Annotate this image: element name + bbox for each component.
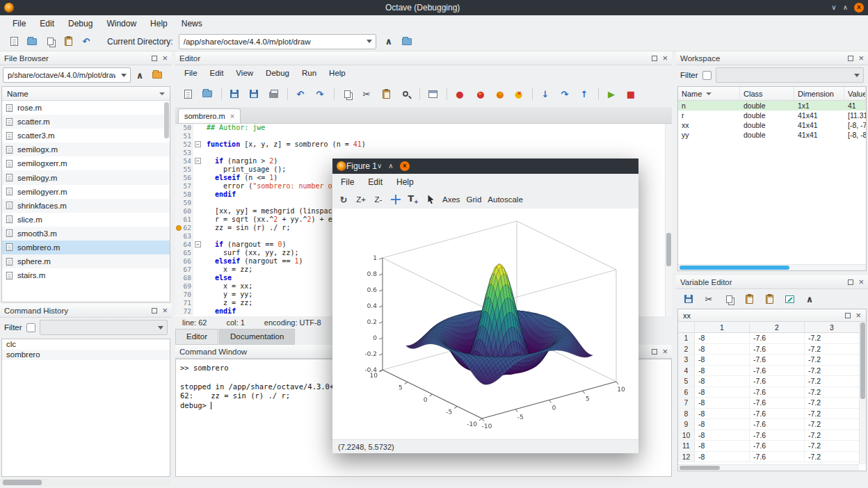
editor-menu-run[interactable]: Run [296,65,323,81]
variable-vscrollbar[interactable] [859,322,866,464]
print-icon[interactable] [265,86,282,101]
cell[interactable]: -7.2 [805,366,859,376]
cell[interactable]: -7.6 [750,333,805,343]
rotate-icon[interactable]: ↻ [338,193,349,206]
browser-up-icon[interactable]: ∧ [133,67,147,83]
copy-icon[interactable] [721,291,737,307]
cell[interactable]: -8 [695,452,750,462]
cell[interactable]: -8 [695,387,750,398]
cell[interactable]: -7.6 [750,355,805,365]
history-scrollbar[interactable] [3,480,42,485]
current-directory-combo[interactable]: /app/share/octave/4.4.0/m/plot/draw [179,34,376,49]
variable-hscrollbar[interactable] [678,464,859,471]
tab-documentation[interactable]: Documentation [219,329,295,345]
close-panel-icon[interactable] [858,54,864,63]
cell[interactable]: -7.2 [805,452,859,462]
undock-icon[interactable] [848,56,853,61]
run-icon[interactable]: ▶ [603,86,620,101]
figure-menu-help[interactable]: Help [389,174,421,190]
cell[interactable]: -8 [695,344,750,355]
paste-icon[interactable] [60,34,77,49]
paste-icon[interactable] [741,291,757,307]
undock-icon[interactable] [845,313,851,318]
open-icon[interactable] [24,34,40,49]
column-1[interactable]: 1 [695,322,750,332]
fold-icon[interactable]: − [195,241,201,247]
undock-icon[interactable] [652,349,657,355]
code-line-53[interactable]: 53 [175,149,672,157]
file-item-semilogy-m[interactable]: semilogy.m [2,170,170,184]
browse-directory-icon[interactable] [399,34,415,49]
file-list-header[interactable]: Name [2,87,170,101]
cell[interactable]: -8 [695,409,750,419]
workspace-row-xx[interactable]: xxdouble41x41[-8, -7.6 [678,120,866,130]
figure-menu-edit[interactable]: Edit [361,174,389,190]
cell[interactable]: -7.6 [750,344,805,355]
bp-prev-icon[interactable]: ●◂ [490,86,507,101]
filter-checkbox[interactable] [702,71,712,80]
paste-special-icon[interactable] [761,291,778,307]
file-item-stairs-m[interactable]: stairs.m [2,268,170,282]
cell[interactable]: -7.6 [750,398,805,408]
variable-row-6[interactable]: 6-8-7.6-7.2 [678,387,859,398]
editor-menu-debug[interactable]: Debug [259,65,296,81]
close-icon[interactable] [854,3,864,13]
zoom-out-button[interactable]: Z- [373,193,384,206]
cell[interactable]: -7.2 [805,430,859,441]
directory-up-icon[interactable]: ∧ [380,34,397,49]
variable-row-2[interactable]: 2-8-7.6-7.2 [678,344,859,355]
close-panel-icon[interactable] [858,277,864,286]
column-value[interactable]: Value [844,87,866,100]
cell[interactable]: -7.2 [805,409,859,419]
variable-row-5[interactable]: 5-8-7.6-7.2 [678,376,859,387]
cell[interactable]: -7.2 [805,419,859,430]
close-variable-icon[interactable] [855,311,861,320]
history-item[interactable]: sombrero [2,350,170,360]
new-script-icon[interactable] [179,86,196,101]
column-dimension[interactable]: Dimension [794,87,844,100]
filter-combo[interactable] [40,320,168,335]
zoom-in-button[interactable]: Z+ [355,193,367,206]
file-item-semilogyerr-m[interactable]: semilogyerr.m [2,185,170,199]
variable-row-11[interactable]: 11-8-7.6-7.2 [678,441,859,452]
open-icon[interactable] [199,86,216,101]
file-item-shrinkfaces-m[interactable]: shrinkfaces.m [2,199,170,213]
cell[interactable]: -7.2 [805,344,859,355]
tab-sombrero[interactable]: sombrero.m [178,108,241,123]
figure-canvas[interactable] [332,209,638,439]
variable-row-1[interactable]: 1-8-7.6-7.2 [678,333,859,344]
file-item-semilogxerr-m[interactable]: semilogxerr.m [2,156,170,170]
stop-icon[interactable]: ■ [622,86,639,101]
browser-path-combo[interactable]: p/share/octave/4.4.0/m/plot/draw [3,67,131,83]
copy-icon[interactable] [339,86,355,101]
workspace-row-r[interactable]: rdouble41x41[11.314 [678,111,866,120]
cell[interactable]: -8 [695,355,750,365]
file-item-sphere-m[interactable]: sphere.m [2,254,170,268]
figure-titlebar[interactable]: Figure 1 [332,158,638,174]
maximize-icon[interactable] [843,4,848,11]
minimize-icon[interactable] [377,163,382,170]
cell[interactable]: -7.2 [805,355,859,365]
cell[interactable]: -7.2 [805,376,859,387]
cell[interactable]: -7.2 [805,441,859,451]
grid-button[interactable]: Grid [467,193,482,206]
text-annotation-icon[interactable]: T+ [408,193,419,206]
fold-icon[interactable]: − [195,141,201,147]
fold-icon[interactable]: − [195,158,201,164]
cell[interactable]: -7.2 [805,398,859,408]
variable-row-10[interactable]: 10-8-7.6-7.2 [678,430,859,441]
cell[interactable]: -8 [695,441,750,451]
menu-file[interactable]: File [6,15,33,32]
variable-table[interactable]: 1 2 3 1-8-7.6-7.22-8-7.6-7.23-8-7.6-7.24… [678,322,859,464]
cell[interactable]: -8 [695,430,750,441]
variable-row-3[interactable]: 3-8-7.6-7.2 [678,355,859,366]
menu-help[interactable]: Help [143,15,175,32]
filter-combo[interactable] [716,67,864,83]
undock-icon[interactable] [152,308,157,314]
minimize-icon[interactable] [831,4,836,11]
undock-icon[interactable] [652,56,657,61]
editor-menu-file[interactable]: File [178,65,204,81]
figure-window[interactable]: Figure 1 FileEditHelp ↻Z+Z-T+AxesGridAut… [332,158,638,453]
undock-icon[interactable] [152,56,157,61]
variable-tab[interactable]: xx [678,309,866,322]
